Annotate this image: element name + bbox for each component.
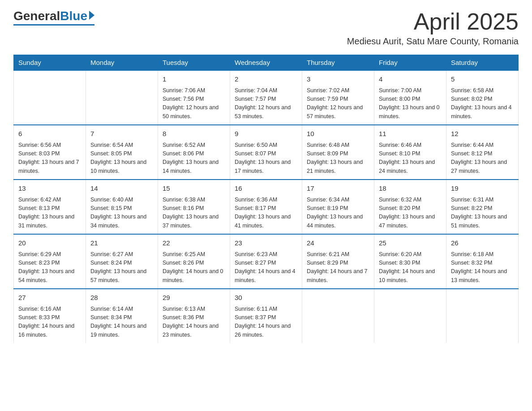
calendar-cell	[86, 70, 158, 125]
day-number: 11	[379, 129, 442, 139]
logo-general-text: General	[13, 9, 60, 23]
calendar-cell: 29Sunrise: 6:13 AM Sunset: 8:36 PM Dayli…	[158, 289, 230, 343]
page-header: General Blue April 2025 Mediesu Aurit, S…	[13, 9, 519, 47]
day-number: 10	[307, 129, 369, 139]
day-info: Sunrise: 6:11 AM Sunset: 8:37 PM Dayligh…	[235, 305, 297, 340]
calendar-location: Mediesu Aurit, Satu Mare County, Romania	[347, 36, 519, 47]
calendar-cell: 10Sunrise: 6:48 AM Sunset: 8:09 PM Dayli…	[302, 125, 374, 180]
day-info: Sunrise: 6:34 AM Sunset: 8:19 PM Dayligh…	[307, 196, 369, 231]
day-info: Sunrise: 6:42 AM Sunset: 8:13 PM Dayligh…	[18, 196, 81, 231]
logo-triangle-icon	[89, 11, 94, 20]
calendar-cell: 3Sunrise: 7:02 AM Sunset: 7:59 PM Daylig…	[302, 70, 374, 125]
calendar-cell: 14Sunrise: 6:40 AM Sunset: 8:15 PM Dayli…	[86, 180, 158, 234]
title-block: April 2025 Mediesu Aurit, Satu Mare Coun…	[347, 9, 519, 47]
day-info: Sunrise: 6:21 AM Sunset: 8:29 PM Dayligh…	[307, 250, 369, 285]
header-friday: Friday	[374, 55, 446, 71]
calendar-cell: 5Sunrise: 6:58 AM Sunset: 8:02 PM Daylig…	[446, 70, 519, 125]
day-number: 12	[451, 129, 514, 139]
calendar-cell: 19Sunrise: 6:31 AM Sunset: 8:22 PM Dayli…	[446, 180, 519, 234]
calendar-cell: 13Sunrise: 6:42 AM Sunset: 8:13 PM Dayli…	[14, 180, 86, 234]
day-info: Sunrise: 7:06 AM Sunset: 7:56 PM Dayligh…	[163, 86, 225, 121]
calendar-cell	[302, 289, 374, 343]
day-number: 27	[18, 293, 81, 303]
day-number: 6	[18, 129, 81, 139]
day-info: Sunrise: 6:44 AM Sunset: 8:12 PM Dayligh…	[451, 141, 514, 176]
day-number: 17	[307, 184, 369, 194]
day-number: 7	[90, 129, 153, 139]
logo-blue-text: Blue	[60, 9, 87, 23]
day-number: 2	[235, 74, 297, 85]
calendar-week-row-1: 1Sunrise: 7:06 AM Sunset: 7:56 PM Daylig…	[14, 70, 519, 125]
day-number: 19	[451, 184, 514, 194]
calendar-cell	[374, 289, 446, 343]
calendar-cell: 20Sunrise: 6:29 AM Sunset: 8:23 PM Dayli…	[14, 234, 86, 289]
day-info: Sunrise: 6:18 AM Sunset: 8:32 PM Dayligh…	[451, 250, 514, 285]
day-number: 24	[307, 238, 369, 248]
day-number: 18	[379, 184, 442, 194]
day-info: Sunrise: 6:40 AM Sunset: 8:15 PM Dayligh…	[90, 196, 153, 231]
day-info: Sunrise: 6:25 AM Sunset: 8:26 PM Dayligh…	[163, 250, 225, 285]
header-wednesday: Wednesday	[230, 55, 302, 71]
calendar-cell: 11Sunrise: 6:46 AM Sunset: 8:10 PM Dayli…	[374, 125, 446, 180]
day-info: Sunrise: 6:13 AM Sunset: 8:36 PM Dayligh…	[163, 305, 225, 340]
day-info: Sunrise: 6:29 AM Sunset: 8:23 PM Dayligh…	[18, 250, 81, 285]
calendar-cell: 21Sunrise: 6:27 AM Sunset: 8:24 PM Dayli…	[86, 234, 158, 289]
day-number: 25	[379, 238, 442, 248]
calendar-cell: 26Sunrise: 6:18 AM Sunset: 8:32 PM Dayli…	[446, 234, 519, 289]
day-info: Sunrise: 6:16 AM Sunset: 8:33 PM Dayligh…	[18, 305, 81, 340]
day-number: 20	[18, 238, 81, 248]
day-number: 30	[235, 293, 297, 303]
day-info: Sunrise: 6:38 AM Sunset: 8:16 PM Dayligh…	[163, 196, 225, 231]
day-number: 15	[163, 184, 225, 194]
calendar-cell: 18Sunrise: 6:32 AM Sunset: 8:20 PM Dayli…	[374, 180, 446, 234]
day-number: 3	[307, 74, 369, 85]
calendar-cell: 23Sunrise: 6:23 AM Sunset: 8:27 PM Dayli…	[230, 234, 302, 289]
calendar-cell: 30Sunrise: 6:11 AM Sunset: 8:37 PM Dayli…	[230, 289, 302, 343]
calendar-cell: 22Sunrise: 6:25 AM Sunset: 8:26 PM Dayli…	[158, 234, 230, 289]
logo: General Blue	[13, 9, 94, 26]
day-number: 8	[163, 129, 225, 139]
calendar-cell: 12Sunrise: 6:44 AM Sunset: 8:12 PM Dayli…	[446, 125, 519, 180]
day-info: Sunrise: 7:02 AM Sunset: 7:59 PM Dayligh…	[307, 86, 369, 121]
calendar-week-row-2: 6Sunrise: 6:56 AM Sunset: 8:03 PM Daylig…	[14, 125, 519, 180]
calendar-week-row-4: 20Sunrise: 6:29 AM Sunset: 8:23 PM Dayli…	[14, 234, 519, 289]
day-info: Sunrise: 6:52 AM Sunset: 8:06 PM Dayligh…	[163, 141, 225, 176]
calendar-cell: 9Sunrise: 6:50 AM Sunset: 8:07 PM Daylig…	[230, 125, 302, 180]
day-info: Sunrise: 6:31 AM Sunset: 8:22 PM Dayligh…	[451, 196, 514, 231]
header-monday: Monday	[86, 55, 158, 71]
day-info: Sunrise: 6:50 AM Sunset: 8:07 PM Dayligh…	[235, 141, 297, 176]
calendar-cell	[14, 70, 86, 125]
calendar-week-row-5: 27Sunrise: 6:16 AM Sunset: 8:33 PM Dayli…	[14, 289, 519, 343]
day-number: 4	[379, 74, 442, 85]
day-info: Sunrise: 6:58 AM Sunset: 8:02 PM Dayligh…	[451, 86, 514, 121]
day-info: Sunrise: 6:23 AM Sunset: 8:27 PM Dayligh…	[235, 250, 297, 285]
day-info: Sunrise: 7:00 AM Sunset: 8:00 PM Dayligh…	[379, 86, 442, 121]
calendar-cell: 27Sunrise: 6:16 AM Sunset: 8:33 PM Dayli…	[14, 289, 86, 343]
calendar-cell	[446, 289, 519, 343]
calendar-cell: 16Sunrise: 6:36 AM Sunset: 8:17 PM Dayli…	[230, 180, 302, 234]
day-number: 9	[235, 129, 297, 139]
day-number: 21	[90, 238, 153, 248]
calendar-cell: 17Sunrise: 6:34 AM Sunset: 8:19 PM Dayli…	[302, 180, 374, 234]
calendar-cell: 7Sunrise: 6:54 AM Sunset: 8:05 PM Daylig…	[86, 125, 158, 180]
weekday-header-row: Sunday Monday Tuesday Wednesday Thursday…	[14, 55, 519, 71]
calendar-cell: 2Sunrise: 7:04 AM Sunset: 7:57 PM Daylig…	[230, 70, 302, 125]
day-info: Sunrise: 6:54 AM Sunset: 8:05 PM Dayligh…	[90, 141, 153, 176]
day-info: Sunrise: 6:14 AM Sunset: 8:34 PM Dayligh…	[90, 305, 153, 340]
day-number: 16	[235, 184, 297, 194]
header-saturday: Saturday	[446, 55, 519, 71]
header-sunday: Sunday	[14, 55, 86, 71]
calendar-cell: 4Sunrise: 7:00 AM Sunset: 8:00 PM Daylig…	[374, 70, 446, 125]
day-number: 1	[163, 74, 225, 85]
header-tuesday: Tuesday	[158, 55, 230, 71]
day-info: Sunrise: 6:27 AM Sunset: 8:24 PM Dayligh…	[90, 250, 153, 285]
day-number: 5	[451, 74, 514, 85]
day-info: Sunrise: 6:56 AM Sunset: 8:03 PM Dayligh…	[18, 141, 81, 176]
day-number: 29	[163, 293, 225, 303]
day-number: 23	[235, 238, 297, 248]
logo-blue-part: Blue	[60, 9, 94, 23]
calendar-cell: 25Sunrise: 6:20 AM Sunset: 8:30 PM Dayli…	[374, 234, 446, 289]
day-info: Sunrise: 6:20 AM Sunset: 8:30 PM Dayligh…	[379, 250, 442, 285]
day-number: 22	[163, 238, 225, 248]
calendar-cell: 1Sunrise: 7:06 AM Sunset: 7:56 PM Daylig…	[158, 70, 230, 125]
